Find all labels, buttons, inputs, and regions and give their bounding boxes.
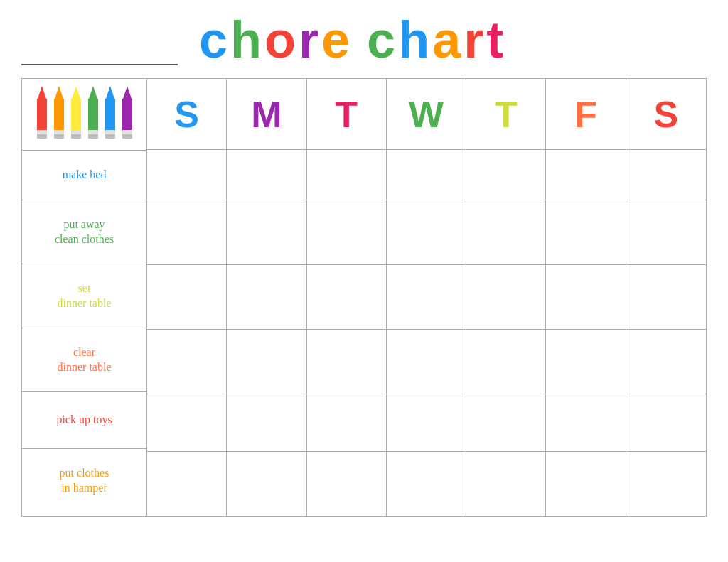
cell-clear-t1[interactable]	[307, 330, 387, 394]
cell-pick-s1[interactable]	[147, 394, 227, 451]
chart-area: make bed put awayclean clothes setdinner…	[21, 78, 707, 517]
svg-rect-5	[54, 99, 64, 134]
cell-pick-m[interactable]	[227, 394, 306, 451]
cell-hamper-w[interactable]	[387, 452, 466, 516]
letter-c: c	[199, 14, 230, 65]
svg-rect-23	[122, 134, 132, 139]
day-wednesday: W	[387, 79, 466, 149]
svg-rect-19	[105, 134, 115, 139]
chore-put-hamper: put clothesin hamper	[22, 448, 146, 512]
chore-set-dinner: setdinner table	[22, 264, 146, 328]
row-set-dinner	[147, 265, 706, 330]
title-word-chore: c h o r e	[199, 14, 353, 65]
cell-set-t2[interactable]	[466, 265, 546, 329]
chore-put-away: put awayclean clothes	[22, 200, 146, 264]
header: c h o r e c h a r t	[21, 14, 707, 65]
cell-pick-t1[interactable]	[307, 394, 387, 451]
letter-r: r	[299, 14, 321, 65]
crayon-green	[86, 86, 100, 143]
cell-put-w[interactable]	[387, 200, 466, 264]
cell-pick-w[interactable]	[387, 394, 466, 451]
day-sunday: S	[147, 79, 227, 149]
cell-hamper-s2[interactable]	[626, 452, 706, 516]
cell-set-s2[interactable]	[626, 265, 706, 329]
cell-put-t1[interactable]	[307, 200, 387, 264]
crayon-orange	[52, 86, 66, 143]
row-make-bed	[147, 150, 706, 200]
svg-rect-3	[37, 134, 47, 139]
cell-clear-s1[interactable]	[147, 330, 227, 394]
svg-rect-21	[122, 99, 132, 134]
cell-hamper-t2[interactable]	[466, 452, 546, 516]
svg-rect-1	[37, 99, 47, 134]
svg-rect-2	[37, 130, 47, 134]
title-space	[353, 14, 367, 65]
cell-make-s1[interactable]	[147, 150, 227, 200]
title: c h o r e c h a r t	[199, 14, 506, 65]
cell-put-s1[interactable]	[147, 200, 227, 264]
svg-rect-13	[88, 99, 98, 134]
cell-hamper-t1[interactable]	[307, 452, 387, 516]
svg-rect-7	[54, 134, 64, 139]
svg-rect-15	[88, 134, 98, 139]
cell-clear-m[interactable]	[227, 330, 306, 394]
svg-marker-12	[89, 86, 97, 99]
crayon-red	[35, 86, 49, 143]
cell-clear-t2[interactable]	[466, 330, 546, 394]
cell-make-s2[interactable]	[626, 150, 706, 200]
cell-pick-t2[interactable]	[466, 394, 546, 451]
cell-clear-f[interactable]	[546, 330, 626, 394]
grid-area: S M T W T F S	[146, 79, 706, 516]
cell-pick-s2[interactable]	[626, 394, 706, 451]
cell-clear-w[interactable]	[387, 330, 466, 394]
crayons	[24, 79, 145, 150]
cell-make-t2[interactable]	[466, 150, 546, 200]
cell-make-f[interactable]	[546, 150, 626, 200]
crayon-yellow	[69, 86, 83, 143]
day-friday: F	[546, 79, 626, 149]
chore-make-bed: make bed	[22, 150, 146, 200]
cell-hamper-m[interactable]	[227, 452, 306, 516]
cell-make-w[interactable]	[387, 150, 466, 200]
letter-e: e	[321, 14, 353, 65]
day-thursday: T	[466, 79, 546, 149]
letter-h2: h	[398, 14, 432, 65]
cell-make-t1[interactable]	[307, 150, 387, 200]
cell-put-m[interactable]	[227, 200, 306, 264]
cell-hamper-f[interactable]	[546, 452, 626, 516]
cell-put-f[interactable]	[546, 200, 626, 264]
svg-rect-10	[71, 130, 81, 134]
svg-rect-6	[54, 130, 64, 134]
cell-set-w[interactable]	[387, 265, 466, 329]
crayon-purple	[120, 86, 134, 143]
cell-clear-s2[interactable]	[626, 330, 706, 394]
cell-make-m[interactable]	[227, 150, 306, 200]
svg-rect-11	[71, 134, 81, 139]
cell-put-s2[interactable]	[626, 200, 706, 264]
cell-put-t2[interactable]	[466, 200, 546, 264]
day-header-row: S M T W T F S	[147, 79, 706, 150]
name-line[interactable]	[21, 44, 178, 65]
day-monday: M	[227, 79, 306, 149]
crayon-row	[22, 79, 146, 150]
title-word-chart: c h a r t	[367, 14, 506, 65]
crayon-blue	[103, 86, 117, 143]
cell-hamper-s1[interactable]	[147, 452, 227, 516]
svg-marker-20	[123, 86, 132, 99]
left-column: make bed put awayclean clothes setdinner…	[22, 79, 146, 512]
chore-clear-dinner: cleardinner table	[22, 328, 146, 391]
cell-set-f[interactable]	[546, 265, 626, 329]
letter-c2: c	[367, 14, 398, 65]
letter-o: o	[264, 14, 299, 65]
row-hamper	[147, 452, 706, 516]
svg-rect-17	[105, 99, 115, 134]
svg-rect-22	[122, 130, 132, 134]
cell-pick-f[interactable]	[546, 394, 626, 451]
cell-set-t1[interactable]	[307, 265, 387, 329]
letter-h: h	[230, 14, 264, 65]
svg-rect-18	[105, 130, 115, 134]
row-clear-dinner	[147, 330, 706, 394]
cell-set-s1[interactable]	[147, 265, 227, 329]
cell-set-m[interactable]	[227, 265, 306, 329]
svg-marker-8	[72, 86, 80, 99]
